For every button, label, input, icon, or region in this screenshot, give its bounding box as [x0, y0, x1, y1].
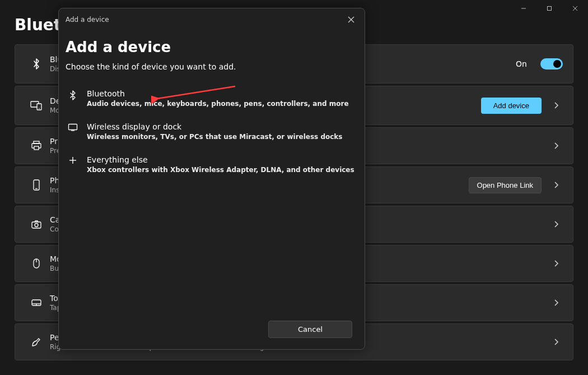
svg-rect-21 [69, 124, 77, 130]
bluetooth-icon [67, 89, 79, 108]
plus-icon [67, 155, 79, 174]
maximize-button[interactable] [536, 0, 562, 17]
dialog-header-title: Add a device [66, 16, 109, 24]
option-desc: Wireless monitors, TVs, or PCs that use … [87, 133, 343, 141]
option-everything-else[interactable]: Everything else Xbox controllers with Xb… [66, 149, 358, 182]
close-window-button[interactable] [562, 0, 588, 17]
chevron-right-icon [549, 257, 563, 270]
printer-icon [25, 141, 48, 151]
toggle-label: On [516, 59, 527, 68]
pen-icon [25, 336, 48, 348]
option-wireless-display[interactable]: Wireless display or dock Wireless monito… [66, 115, 358, 149]
option-title: Everything else [87, 155, 354, 164]
svg-rect-1 [548, 7, 552, 11]
cancel-button[interactable]: Cancel [268, 321, 352, 338]
bluetooth-icon [25, 58, 48, 70]
bluetooth-toggle[interactable] [540, 58, 563, 70]
camera-icon [25, 220, 48, 229]
dialog-title: Add a device [66, 39, 358, 55]
open-phone-link-button[interactable]: Open Phone Link [469, 177, 542, 193]
minimize-button[interactable] [511, 0, 536, 17]
svg-rect-12 [32, 222, 41, 228]
svg-point-6 [39, 108, 40, 109]
option-desc: Audio devices, mice, keyboards, phones, … [87, 100, 349, 108]
option-bluetooth[interactable]: Bluetooth Audio devices, mice, keyboards… [66, 82, 358, 115]
chevron-right-icon [549, 178, 563, 192]
svg-rect-5 [37, 104, 41, 110]
dialog-subtitle: Choose the kind of device you want to ad… [66, 62, 358, 71]
svg-rect-9 [34, 146, 39, 150]
display-icon [67, 122, 79, 141]
touchpad-icon [25, 299, 48, 307]
chevron-right-icon [549, 217, 563, 231]
option-title: Bluetooth [87, 89, 349, 98]
svg-point-13 [35, 224, 38, 227]
window-controls [511, 0, 588, 17]
phone-icon [25, 179, 48, 191]
add-device-dialog: Add a device Add a device Choose the kin… [58, 8, 365, 350]
mouse-icon [25, 258, 48, 269]
chevron-right-icon [549, 335, 563, 349]
devices-icon [25, 100, 48, 110]
chevron-right-icon [549, 99, 563, 112]
option-title: Wireless display or dock [87, 122, 343, 131]
add-device-button[interactable]: Add device [481, 98, 542, 114]
chevron-right-icon [549, 296, 563, 309]
dialog-close-button[interactable] [344, 13, 358, 26]
option-desc: Xbox controllers with Xbox Wireless Adap… [87, 166, 354, 174]
chevron-right-icon [549, 139, 563, 152]
